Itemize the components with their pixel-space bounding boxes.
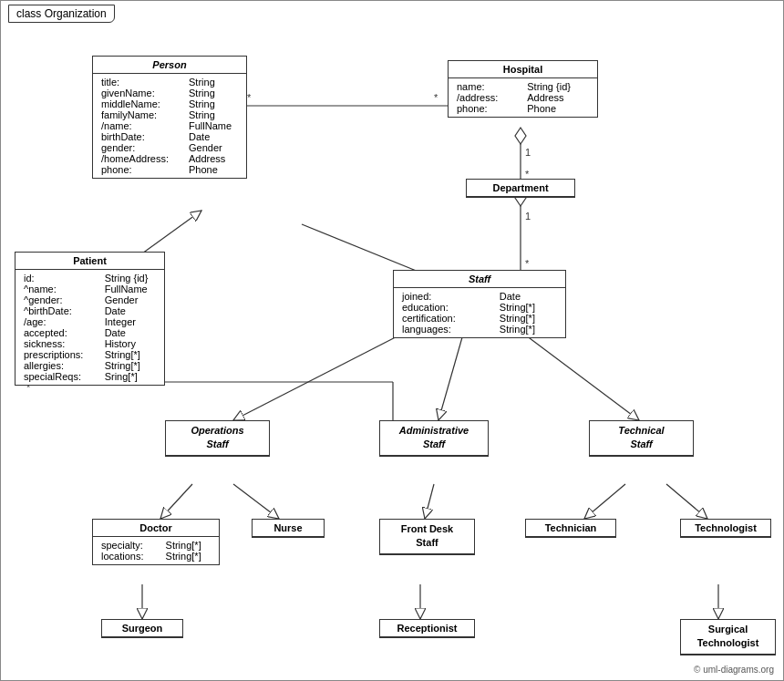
front-desk-staff-title: Front DeskStaff bbox=[380, 520, 474, 554]
svg-line-20 bbox=[160, 484, 192, 519]
patient-title: Patient bbox=[15, 253, 164, 270]
person-body: title:String givenName:String middleName… bbox=[93, 74, 246, 178]
operations-staff-box: OperationsStaff bbox=[165, 420, 270, 457]
surgical-technologist-title: SurgicalTechnologist bbox=[681, 620, 775, 655]
receptionist-box: Receptionist bbox=[379, 619, 475, 638]
svg-text:1: 1 bbox=[525, 147, 531, 158]
receptionist-title: Receptionist bbox=[380, 620, 474, 637]
administrative-staff-box: AdministrativeStaff bbox=[379, 420, 489, 457]
department-title: Department bbox=[467, 180, 574, 197]
surgical-technologist-box: SurgicalTechnologist bbox=[680, 619, 776, 655]
copyright: © uml-diagrams.org bbox=[694, 665, 774, 675]
diagram-container: class Organization 1 bbox=[0, 0, 784, 681]
svg-line-15 bbox=[142, 211, 201, 253]
technician-title: Technician bbox=[526, 520, 615, 537]
front-desk-staff-box: Front DeskStaff bbox=[379, 519, 475, 555]
svg-text:*: * bbox=[525, 258, 530, 269]
svg-marker-5 bbox=[515, 128, 526, 144]
hospital-box: Hospital name:String {id} /address:Addre… bbox=[448, 60, 598, 118]
svg-line-23 bbox=[584, 484, 625, 519]
surgeon-title: Surgeon bbox=[102, 620, 182, 637]
svg-text:1: 1 bbox=[525, 211, 531, 222]
svg-line-22 bbox=[425, 484, 434, 519]
staff-title: Staff bbox=[394, 271, 565, 288]
patient-body: id:String {id} ^name:FullName ^gender:Ge… bbox=[15, 270, 164, 385]
svg-text:*: * bbox=[247, 92, 252, 103]
svg-line-18 bbox=[438, 325, 466, 420]
technologist-title: Technologist bbox=[681, 520, 770, 537]
administrative-staff-title: AdministrativeStaff bbox=[380, 421, 488, 456]
svg-line-21 bbox=[233, 484, 279, 519]
nurse-title: Nurse bbox=[253, 520, 324, 537]
department-box: Department bbox=[466, 179, 575, 198]
patient-box: Patient id:String {id} ^name:FullName ^g… bbox=[15, 252, 165, 386]
hospital-body: name:String {id} /address:Address phone:… bbox=[449, 78, 597, 117]
doctor-box: Doctor specialty:String[*] locations:Str… bbox=[92, 519, 220, 565]
staff-body: joined:Date education:String[*] certific… bbox=[394, 288, 565, 337]
person-box: Person title:String givenName:String mid… bbox=[92, 56, 247, 179]
nurse-box: Nurse bbox=[252, 519, 325, 538]
svg-text:*: * bbox=[434, 92, 438, 103]
technical-staff-box: TechnicalStaff bbox=[589, 420, 694, 457]
diagram-title: class Organization bbox=[8, 5, 115, 23]
person-title: Person bbox=[93, 57, 246, 74]
svg-line-17 bbox=[233, 325, 420, 420]
svg-line-19 bbox=[511, 325, 639, 420]
doctor-body: specialty:String[*] locations:String[*] bbox=[93, 537, 219, 564]
technical-staff-title: TechnicalStaff bbox=[590, 421, 693, 456]
surgeon-box: Surgeon bbox=[101, 619, 183, 638]
staff-box: Staff joined:Date education:String[*] ce… bbox=[393, 270, 566, 338]
hospital-title: Hospital bbox=[449, 61, 597, 78]
technologist-box: Technologist bbox=[680, 519, 771, 538]
operations-staff-title: OperationsStaff bbox=[166, 421, 269, 456]
technician-box: Technician bbox=[525, 519, 616, 538]
svg-line-24 bbox=[666, 484, 707, 519]
doctor-title: Doctor bbox=[93, 520, 219, 537]
